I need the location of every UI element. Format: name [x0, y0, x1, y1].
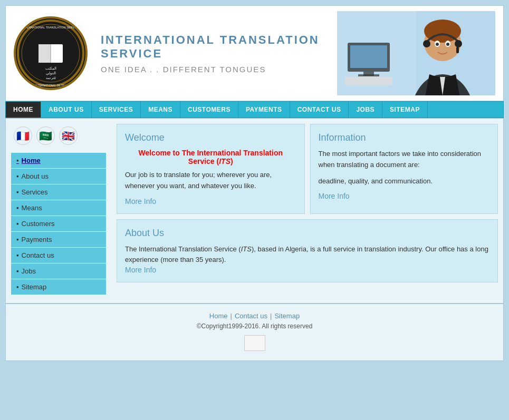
nav-item-home[interactable]: HOME — [6, 102, 41, 118]
info-body1: The most important factors we take into … — [319, 149, 490, 171]
sidebar-item-sitemap[interactable]: Sitemap — [11, 279, 106, 295]
about-title: About Us — [125, 228, 489, 239]
svg-point-20 — [423, 40, 430, 47]
svg-text:للترجمة: للترجمة — [46, 76, 56, 80]
svg-point-25 — [436, 43, 439, 46]
title-area: INTERNATIONAL TRANSLATION SERVICE ONE ID… — [95, 33, 337, 74]
logo-area: المكتب الدولي للترجمة INTERNATIONAL TRAN… — [14, 16, 337, 90]
nav-item-services[interactable]: SERVICES — [92, 102, 141, 118]
flag-france[interactable]: 🇫🇷 — [14, 126, 32, 145]
welcome-title: Welcome — [125, 132, 296, 143]
sidebar: 🇫🇷 🇸🇦 🇬🇧 Home About us Services Means Cu… — [6, 119, 111, 303]
footer-links: Home | Contact us | Sitemap — [14, 312, 495, 320]
welcome-body: Our job is to translate for you; whereve… — [125, 170, 296, 192]
footer-link-home[interactable]: Home — [209, 312, 228, 320]
nav-item-sitemap[interactable]: SITEMAP — [382, 102, 428, 118]
footer-copyright: ©Copyright1999-2016. All rights reserved — [14, 323, 495, 330]
info-title: Information — [319, 132, 490, 143]
footer-badge — [244, 335, 265, 351]
nav-bar: HOMEABOUT USSERVICESMEANSCUSTOMERSPAYMEN… — [5, 101, 504, 118]
sidebar-item-jobs[interactable]: Jobs — [11, 263, 106, 279]
sidebar-item-services[interactable]: Services — [11, 184, 106, 200]
welcome-panel: Welcome Welcome to The International Tra… — [117, 124, 305, 214]
content-panels: Welcome Welcome to The International Tra… — [111, 119, 503, 303]
welcome-more-info[interactable]: More Info — [125, 197, 296, 206]
nav-item-about-us[interactable]: ABOUT US — [41, 102, 92, 118]
svg-point-21 — [455, 40, 462, 47]
flags-row: 🇫🇷 🇸🇦 🇬🇧 — [11, 126, 106, 145]
site-header: المكتب الدولي للترجمة INTERNATIONAL TRAN… — [5, 5, 504, 101]
info-body2: deadline, quality, and communication. — [319, 176, 490, 187]
page-wrapper: المكتب الدولي للترجمة INTERNATIONAL TRAN… — [0, 0, 509, 366]
svg-text:المكتب: المكتب — [45, 66, 56, 70]
logo-circle: المكتب الدولي للترجمة INTERNATIONAL TRAN… — [14, 16, 88, 90]
flag-uk[interactable]: 🇬🇧 — [59, 126, 78, 145]
info-more-info[interactable]: More Info — [319, 192, 490, 200]
svg-text:الدولي: الدولي — [46, 71, 56, 75]
top-panels: Welcome Welcome to The International Tra… — [117, 124, 498, 214]
svg-text:SERVICE INTERNATIONAL DE TRADU: SERVICE INTERNATIONAL DE TRADUCTION — [23, 84, 78, 87]
main-content: 🇫🇷 🇸🇦 🇬🇧 Home About us Services Means Cu… — [5, 118, 504, 304]
nav-item-customers[interactable]: CUSTOMERS — [180, 102, 238, 118]
about-more-info[interactable]: More Info — [125, 266, 489, 274]
sidebar-item-home[interactable]: Home — [11, 153, 106, 168]
footer: Home | Contact us | Sitemap ©Copyright19… — [5, 304, 504, 361]
sidebar-nav: Home About us Services Means Customers P… — [11, 153, 106, 295]
svg-rect-22 — [456, 47, 459, 53]
about-panel: About Us The International Translation S… — [117, 219, 498, 283]
flag-saudi[interactable]: 🇸🇦 — [36, 126, 55, 145]
nav-item-means[interactable]: MEANS — [141, 102, 180, 118]
nav-item-payments[interactable]: PAYMENTS — [238, 102, 290, 118]
sidebar-item-about[interactable]: About us — [11, 169, 106, 184]
svg-point-26 — [446, 43, 449, 46]
svg-rect-13 — [350, 45, 387, 68]
welcome-highlight: Welcome to The International Translation… — [125, 149, 296, 165]
svg-rect-3 — [39, 44, 51, 63]
header-photo — [337, 11, 495, 95]
footer-link-sitemap[interactable]: Sitemap — [274, 312, 300, 320]
site-subtitle: ONE IDEA . . DIFFERENT TONGUES — [101, 65, 337, 74]
sidebar-item-customers[interactable]: Customers — [11, 216, 106, 231]
svg-text:INTERNATIONAL TRANSLATION SERV: INTERNATIONAL TRANSLATION SERVICE — [22, 26, 80, 29]
site-title: INTERNATIONAL TRANSLATION SERVICE — [101, 33, 337, 61]
svg-rect-16 — [345, 77, 392, 85]
sidebar-item-means[interactable]: Means — [11, 200, 106, 216]
nav-item-jobs[interactable]: JOBS — [349, 102, 382, 118]
sidebar-item-payments[interactable]: Payments — [11, 232, 106, 247]
svg-rect-15 — [358, 74, 379, 76]
about-body: The International Translation Service (I… — [125, 245, 488, 264]
nav-item-contact-us[interactable]: CONTACT US — [290, 102, 349, 118]
footer-link-contact[interactable]: Contact us — [235, 312, 267, 320]
sidebar-item-contact[interactable]: Contact us — [11, 248, 106, 263]
info-panel: Information The most important factors w… — [310, 124, 498, 214]
